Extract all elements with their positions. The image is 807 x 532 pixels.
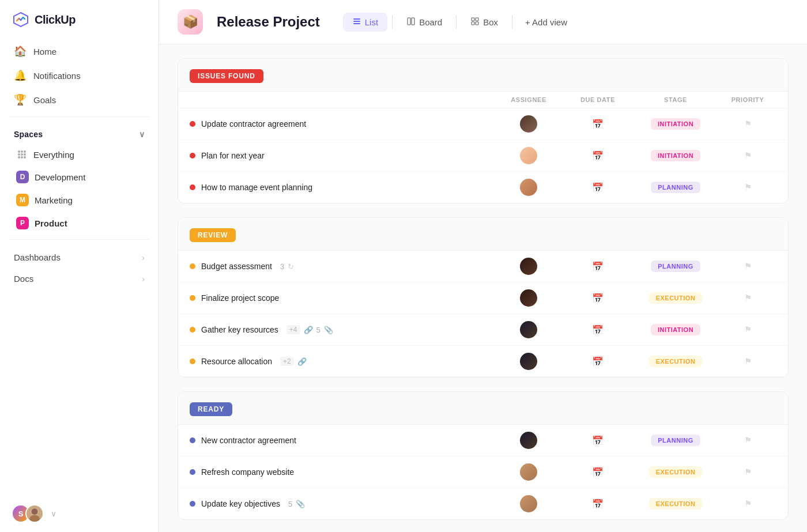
task-dot xyxy=(190,121,195,127)
sidebar-item-notifications[interactable]: 🔔 Notifications xyxy=(7,63,152,88)
avatar xyxy=(520,463,537,481)
tab-box[interactable]: Box xyxy=(461,13,507,32)
col-header-stage: STAGE xyxy=(632,96,719,103)
stage-cell: EXECUTION xyxy=(632,356,719,367)
task-name: New contractor agreement xyxy=(201,436,296,445)
table-row[interactable]: Resource allocation +2 🔗 📅 EXECUTION ⚑ xyxy=(178,346,788,377)
avatar xyxy=(520,432,537,449)
task-name: Budget assessment xyxy=(201,262,272,271)
calendar-icon: 📅 xyxy=(592,325,604,335)
table-row[interactable]: Finalize project scope 📅 EXECUTION ⚑ xyxy=(178,282,788,314)
sidebar-item-everything-label: Everything xyxy=(33,150,74,160)
project-icon: 📦 xyxy=(178,9,203,35)
duedate-cell: 📅 xyxy=(563,356,632,367)
task-name-cell: Update key objectives 5 📎 xyxy=(190,499,494,508)
sidebar-item-goals[interactable]: 🏆 Goals xyxy=(7,88,152,112)
table-row[interactable]: Budget assessment 3 ↻ 📅 PLANNING ⚑ xyxy=(178,251,788,282)
svg-point-10 xyxy=(32,508,38,515)
duedate-cell: 📅 xyxy=(563,150,632,161)
sidebar-divider-1 xyxy=(9,116,149,117)
flag-icon: ⚑ xyxy=(744,467,752,477)
avatar-secondary xyxy=(25,504,44,523)
table-row[interactable]: How to manage event planning 📅 PLANNING … xyxy=(178,172,788,203)
svg-rect-12 xyxy=(353,18,360,20)
review-badge: REVIEW xyxy=(190,228,236,242)
svg-point-1 xyxy=(18,150,20,153)
assignee-cell xyxy=(494,258,563,275)
table-row[interactable]: Refresh company website 📅 EXECUTION ⚑ xyxy=(178,456,788,488)
sidebar-item-product[interactable]: P Product xyxy=(2,212,156,235)
stage-cell: INITIATION xyxy=(632,150,719,161)
user-avatars[interactable]: S xyxy=(12,504,44,523)
section-issues-header: ISSUES FOUND xyxy=(178,59,788,92)
task-dot xyxy=(190,437,195,443)
priority-cell: ⚑ xyxy=(719,467,776,477)
table-row[interactable]: Update contractor agreement 📅 INITIATION… xyxy=(178,108,788,140)
clickup-logo-icon xyxy=(12,10,30,29)
calendar-icon: 📅 xyxy=(592,435,604,446)
svg-rect-19 xyxy=(472,22,474,25)
duedate-cell: 📅 xyxy=(563,182,632,193)
sidebar-item-notifications-label: Notifications xyxy=(33,71,81,81)
section-ready-header: READY xyxy=(178,392,788,425)
section-review: REVIEW Budget assessment 3 ↻ 📅 xyxy=(178,217,789,378)
sidebar-item-home[interactable]: 🏠 Home xyxy=(7,39,152,63)
sidebar: ClickUp 🏠 Home 🔔 Notifications 🏆 Goals S… xyxy=(0,0,159,532)
sidebar-item-product-label: Product xyxy=(35,218,67,228)
priority-cell: ⚑ xyxy=(719,261,776,271)
tab-board[interactable]: Board xyxy=(397,13,451,32)
task-meta: 5 📎 xyxy=(288,500,305,508)
assignee-cell xyxy=(494,179,563,196)
assignee-cell xyxy=(494,463,563,481)
add-view-button[interactable]: + Add view xyxy=(517,13,575,31)
assignee-cell xyxy=(494,289,563,307)
task-dot xyxy=(190,327,195,333)
tab-list[interactable]: List xyxy=(343,13,387,32)
table-row[interactable]: New contractor agreement 📅 PLANNING ⚑ xyxy=(178,425,788,456)
task-name-cell: Budget assessment 3 ↻ xyxy=(190,262,494,271)
sidebar-item-development[interactable]: D Development xyxy=(2,165,156,188)
grid-icon xyxy=(16,149,28,160)
task-meta: +2 🔗 xyxy=(280,357,307,366)
content-area: ISSUES FOUND ASSIGNEE DUE DATE STAGE PRI… xyxy=(159,44,807,532)
trophy-icon: 🏆 xyxy=(14,93,27,106)
docs-arrow-icon: › xyxy=(142,274,145,284)
task-dot xyxy=(190,501,195,507)
avatar xyxy=(520,147,537,164)
stage-badge: EXECUTION xyxy=(649,498,703,510)
footer-chevron-icon[interactable]: ∨ xyxy=(51,509,56,518)
assignee-cell xyxy=(494,115,563,133)
subtask-count-tag: +2 xyxy=(280,357,294,366)
tab-separator-3 xyxy=(512,15,512,29)
logo-text: ClickUp xyxy=(35,13,76,27)
docs-label: Docs xyxy=(14,274,33,284)
priority-cell: ⚑ xyxy=(719,150,776,161)
table-row[interactable]: Plan for next year 📅 INITIATION ⚑ xyxy=(178,140,788,172)
add-view-label: + Add view xyxy=(525,17,567,27)
product-badge: P xyxy=(16,217,29,229)
table-row[interactable]: Update key objectives 5 📎 📅 EXECUTION ⚑ xyxy=(178,488,788,519)
sidebar-item-goals-label: Goals xyxy=(33,95,56,105)
issues-badge: ISSUES FOUND xyxy=(190,69,263,83)
calendar-icon: 📅 xyxy=(592,499,604,510)
task-name: How to manage event planning xyxy=(201,183,312,192)
priority-cell: ⚑ xyxy=(719,435,776,446)
sidebar-item-dashboards[interactable]: Dashboards › xyxy=(7,247,152,268)
svg-point-7 xyxy=(18,156,20,159)
task-dot xyxy=(190,263,195,269)
flag-icon: ⚑ xyxy=(744,499,752,509)
marketing-badge: M xyxy=(16,194,29,206)
task-dot xyxy=(190,153,195,159)
sidebar-item-marketing[interactable]: M Marketing xyxy=(2,188,156,212)
table-row[interactable]: Gather key resources +4 🔗 5 📎 📅 INITIATI… xyxy=(178,314,788,346)
tab-separator-2 xyxy=(456,15,457,29)
avatar xyxy=(520,495,537,512)
avatar xyxy=(520,321,537,338)
sidebar-item-docs[interactable]: Docs › xyxy=(7,268,152,289)
task-dot xyxy=(190,295,195,301)
assignee-cell xyxy=(494,495,563,512)
stage-badge: PLANNING xyxy=(651,182,700,193)
svg-point-11 xyxy=(29,515,40,522)
sidebar-item-everything[interactable]: Everything xyxy=(2,144,156,165)
spaces-chevron-icon[interactable]: ∨ xyxy=(139,130,145,139)
